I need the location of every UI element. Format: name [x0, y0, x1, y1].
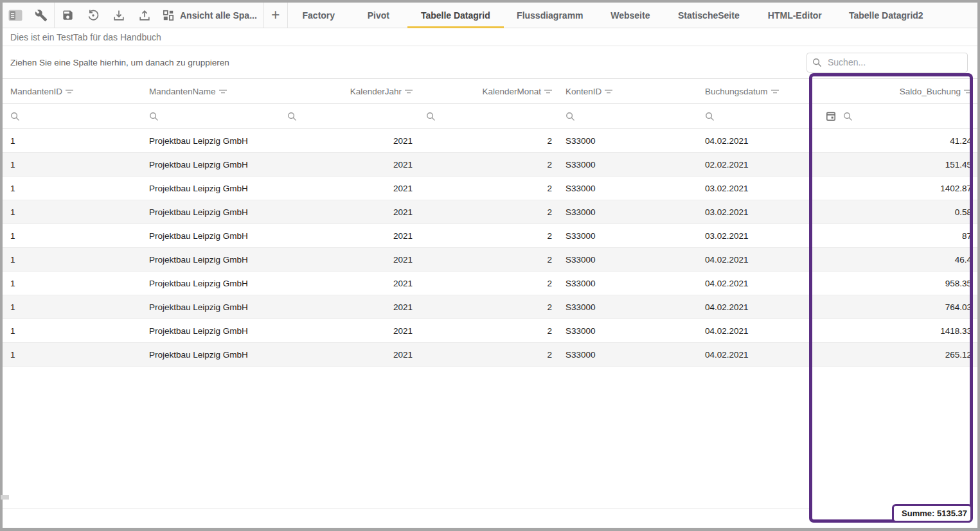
filter-cell-saldo-buchung[interactable] [812, 111, 977, 121]
cell-buchungsdatum[interactable]: 04.02.2021 [697, 326, 812, 336]
cell-saldo-buchung[interactable]: 265.12 [812, 350, 977, 360]
cell-kontenid[interactable]: S33000 [558, 231, 697, 241]
cell-kontenid[interactable]: S33000 [558, 279, 697, 288]
cell-kalenderjahr[interactable]: 2021 [280, 207, 418, 217]
cell-kalendermonat[interactable]: 2 [418, 136, 558, 146]
cell-kalendermonat[interactable]: 2 [418, 255, 558, 265]
cell-mandantenid[interactable]: 1 [3, 207, 141, 217]
save-button[interactable] [55, 3, 80, 28]
cell-mandantenid[interactable]: 1 [3, 160, 141, 170]
cell-mandantenname[interactable]: Projektbau Leipzig GmbH [141, 279, 280, 288]
cell-kontenid[interactable]: S33000 [558, 207, 697, 217]
cell-buchungsdatum[interactable]: 02.02.2021 [697, 160, 812, 170]
cell-mandantenid[interactable]: 1 [3, 255, 141, 265]
cell-buchungsdatum[interactable]: 04.02.2021 [697, 255, 812, 265]
cell-kontenid[interactable]: S33000 [558, 160, 697, 170]
cell-mandantenname[interactable]: Projektbau Leipzig GmbH [141, 160, 280, 170]
cell-mandantenname[interactable]: Projektbau Leipzig GmbH [141, 184, 280, 193]
cell-mandantenname[interactable]: Projektbau Leipzig GmbH [141, 207, 280, 217]
cell-saldo-buchung[interactable]: 151.45 [812, 160, 977, 170]
cell-saldo-buchung[interactable]: 41.24 [812, 136, 977, 146]
cell-mandantenid[interactable]: 1 [3, 231, 141, 241]
tab-factory[interactable]: Factory [288, 3, 350, 28]
cell-kalenderjahr[interactable]: 2021 [280, 350, 418, 360]
cell-buchungsdatum[interactable]: 03.02.2021 [697, 207, 812, 217]
view-all-columns-button[interactable]: Ansicht alle Spa... [157, 3, 263, 28]
search-input[interactable] [826, 57, 962, 68]
filter-icon[interactable] [404, 88, 413, 95]
filter-cell-buchungsdatum[interactable] [697, 112, 812, 121]
cell-kontenid[interactable]: S33000 [558, 350, 697, 360]
table-row[interactable]: 1 Projektbau Leipzig GmbH 2021 2 S33000 … [3, 129, 977, 153]
add-tab-button[interactable]: + [264, 3, 287, 28]
calendar-icon[interactable] [826, 111, 836, 121]
search-icon[interactable] [705, 112, 715, 121]
cell-kontenid[interactable]: S33000 [558, 184, 697, 193]
table-row[interactable]: 1 Projektbau Leipzig GmbH 2021 2 S33000 … [3, 224, 977, 248]
cell-kalendermonat[interactable]: 2 [418, 207, 558, 217]
download-button[interactable] [106, 3, 132, 28]
cell-mandantenname[interactable]: Projektbau Leipzig GmbH [141, 255, 280, 265]
filter-cell-kontenid[interactable] [558, 112, 697, 121]
cell-buchungsdatum[interactable]: 04.02.2021 [697, 279, 812, 288]
cell-buchungsdatum[interactable]: 03.02.2021 [697, 231, 812, 241]
cell-kalenderjahr[interactable]: 2021 [280, 255, 418, 265]
cell-mandantenname[interactable]: Projektbau Leipzig GmbH [141, 136, 280, 146]
filter-cell-mandantenid[interactable] [3, 112, 141, 121]
filter-cell-kalenderjahr[interactable] [280, 112, 418, 121]
cell-saldo-buchung[interactable]: 764.03 [812, 302, 977, 312]
tab-statischeseite[interactable]: StatischeSeite [664, 3, 753, 28]
cell-kontenid[interactable]: S33000 [558, 326, 697, 336]
settings-button[interactable] [28, 3, 54, 28]
cell-buchungsdatum[interactable]: 04.02.2021 [697, 350, 812, 360]
filter-icon[interactable] [604, 88, 613, 95]
cell-kontenid[interactable]: S33000 [558, 136, 697, 146]
horizontal-scrollbar-thumb[interactable] [1, 495, 9, 500]
restore-history-button[interactable] [80, 3, 106, 28]
search-icon[interactable] [566, 112, 575, 121]
cell-mandantenname[interactable]: Projektbau Leipzig GmbH [141, 231, 280, 241]
search-icon[interactable] [843, 112, 853, 121]
cell-kalendermonat[interactable]: 2 [418, 302, 558, 312]
cell-kontenid[interactable]: S33000 [558, 255, 697, 265]
table-row[interactable]: 1 Projektbau Leipzig GmbH 2021 2 S33000 … [3, 200, 977, 224]
cell-kalendermonat[interactable]: 2 [418, 231, 558, 241]
filter-cell-kalendermonat[interactable] [418, 112, 558, 121]
filter-cell-mandantenname[interactable] [141, 112, 280, 121]
cell-saldo-buchung[interactable]: 0.58 [812, 207, 977, 217]
table-row[interactable]: 1 Projektbau Leipzig GmbH 2021 2 S33000 … [3, 272, 977, 295]
cell-mandantenid[interactable]: 1 [3, 302, 141, 312]
search-icon[interactable] [287, 112, 297, 121]
cell-kalenderjahr[interactable]: 2021 [280, 326, 418, 336]
search-icon[interactable] [10, 112, 20, 121]
table-row[interactable]: 1 Projektbau Leipzig GmbH 2021 2 S33000 … [3, 153, 977, 177]
filter-icon[interactable] [544, 88, 553, 95]
cell-kontenid[interactable]: S33000 [558, 302, 697, 312]
cell-kalenderjahr[interactable]: 2021 [280, 136, 418, 146]
cell-kalenderjahr[interactable]: 2021 [280, 231, 418, 241]
filter-icon[interactable] [963, 88, 972, 95]
filter-icon[interactable] [218, 88, 227, 95]
cell-saldo-buchung[interactable]: 958.35 [812, 279, 977, 288]
column-header-buchungsdatum[interactable]: Buchungsdatum [697, 87, 812, 96]
table-row[interactable]: 1 Projektbau Leipzig GmbH 2021 2 S33000 … [3, 295, 977, 319]
cell-kalendermonat[interactable]: 2 [418, 160, 558, 170]
cell-mandantenname[interactable]: Projektbau Leipzig GmbH [141, 350, 280, 360]
cell-mandantenid[interactable]: 1 [3, 279, 141, 288]
cell-kalendermonat[interactable]: 2 [418, 326, 558, 336]
cell-saldo-buchung[interactable]: 46.4 [812, 255, 977, 265]
search-icon[interactable] [149, 112, 159, 121]
table-row[interactable]: 1 Projektbau Leipzig GmbH 2021 2 S33000 … [3, 248, 977, 272]
cell-mandantenid[interactable]: 1 [3, 136, 141, 146]
tab-webseite[interactable]: Webseite [596, 3, 664, 28]
cell-kalenderjahr[interactable]: 2021 [280, 184, 418, 193]
cell-mandantenname[interactable]: Projektbau Leipzig GmbH [141, 326, 280, 336]
column-header-kontenid[interactable]: KontenID [558, 87, 697, 96]
cell-kalendermonat[interactable]: 2 [418, 184, 558, 193]
cell-kalenderjahr[interactable]: 2021 [280, 279, 418, 288]
cell-mandantenid[interactable]: 1 [3, 184, 141, 193]
column-header-mandantenname[interactable]: MandantenName [141, 87, 280, 96]
column-header-kalendermonat[interactable]: KalenderMonat [418, 87, 558, 96]
tab-tabelle-datagrid2[interactable]: Tabelle Datagrid2 [837, 3, 936, 28]
cell-kalenderjahr[interactable]: 2021 [280, 302, 418, 312]
